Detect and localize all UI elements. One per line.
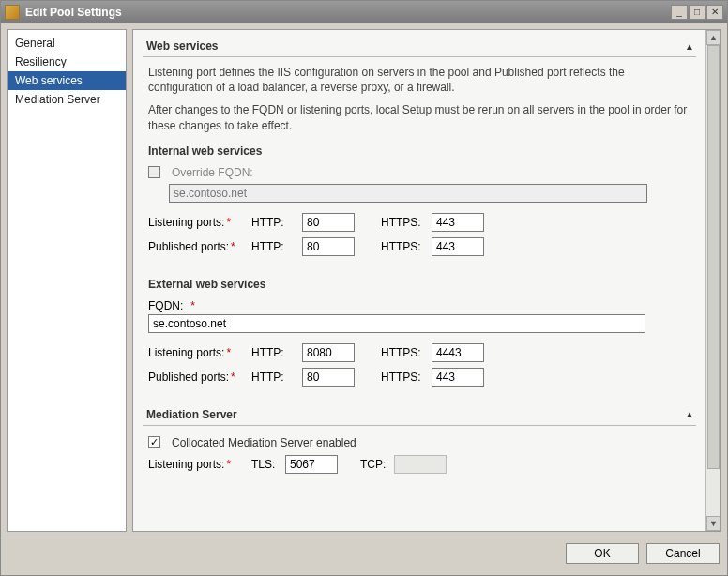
external-pub-https-input[interactable]: [432, 368, 484, 387]
external-heading: External web services: [143, 274, 696, 296]
section-title-mediation: Mediation Server: [146, 408, 237, 421]
external-pub-http-input[interactable]: [302, 368, 355, 387]
section-header-mediation[interactable]: Mediation Server ▲: [143, 404, 696, 426]
nav-sidebar: General Resiliency Web services Mediatio…: [7, 29, 127, 532]
internal-pub-http-input[interactable]: [302, 237, 355, 256]
internal-pub-https-label: HTTPS:: [381, 240, 426, 253]
scroll-down-arrow-icon[interactable]: ▼: [706, 516, 720, 531]
external-listen-https-input[interactable]: [432, 343, 484, 362]
window-title: Edit Pool Settings: [25, 6, 122, 19]
override-fqdn-label: Override FQDN:: [172, 166, 253, 179]
collocated-checkbox[interactable]: ✓: [148, 436, 160, 448]
external-fqdn-label: FQDN:: [148, 299, 183, 312]
internal-listen-http-label: HTTP:: [251, 216, 296, 229]
section-title-web: Web services: [146, 39, 219, 53]
app-icon: [5, 5, 20, 20]
internal-heading: Internal web services: [143, 141, 696, 163]
override-fqdn-checkbox[interactable]: [148, 166, 160, 178]
internal-published-label: Published ports:: [148, 240, 229, 253]
sidebar-item-resiliency[interactable]: Resiliency: [8, 53, 126, 71]
external-published-label: Published ports:: [148, 371, 229, 384]
vertical-scrollbar[interactable]: ▲ ▼: [705, 30, 720, 531]
sidebar-item-web-services[interactable]: Web services: [8, 71, 126, 90]
external-listen-http-input[interactable]: [302, 343, 355, 362]
internal-pub-http-label: HTTP:: [251, 240, 296, 253]
internal-pub-https-input[interactable]: [432, 237, 484, 256]
minimize-button[interactable]: _: [671, 5, 688, 20]
collapse-icon: ▲: [685, 409, 694, 419]
scroll-thumb[interactable]: [707, 45, 720, 469]
internal-fqdn-input: [169, 184, 647, 203]
ok-button[interactable]: OK: [566, 543, 639, 564]
external-fqdn-input[interactable]: [148, 314, 645, 333]
scroll-up-arrow-icon[interactable]: ▲: [706, 30, 720, 45]
sidebar-item-mediation-server[interactable]: Mediation Server: [8, 90, 126, 109]
collocated-label: Collocated Mediation Server enabled: [172, 436, 356, 449]
web-desc-2: After changes to the FQDN or listening p…: [143, 102, 696, 132]
tls-port-input[interactable]: [285, 455, 338, 474]
external-listen-http-label: HTTP:: [251, 346, 296, 359]
sidebar-item-general[interactable]: General: [8, 34, 126, 53]
web-desc-1: Listening port defines the IIS configura…: [143, 65, 696, 95]
cancel-button[interactable]: Cancel: [646, 543, 720, 564]
external-pub-https-label: HTTPS:: [381, 371, 426, 384]
section-header-web[interactable]: Web services ▲: [143, 36, 696, 57]
internal-listen-https-input[interactable]: [432, 213, 484, 232]
dialog-button-bar: OK Cancel: [1, 538, 727, 568]
tls-label: TLS:: [251, 458, 280, 471]
collapse-icon: ▲: [685, 41, 694, 52]
main-pane: Web services ▲ Listening port defines th…: [132, 29, 721, 532]
tcp-port-input: [394, 455, 447, 474]
close-button[interactable]: ✕: [706, 5, 723, 20]
internal-listening-label: Listening ports:: [148, 216, 224, 229]
external-listen-https-label: HTTPS:: [381, 346, 426, 359]
external-pub-http-label: HTTP:: [251, 371, 296, 384]
titlebar: Edit Pool Settings _ □ ✕: [1, 1, 727, 23]
maximize-button[interactable]: □: [689, 5, 705, 20]
internal-listen-https-label: HTTPS:: [381, 216, 426, 229]
internal-listen-http-input[interactable]: [302, 213, 355, 232]
external-listening-label: Listening ports:: [148, 346, 224, 359]
tcp-label: TCP:: [360, 458, 388, 471]
mediation-listening-label: Listening ports:: [148, 458, 224, 471]
